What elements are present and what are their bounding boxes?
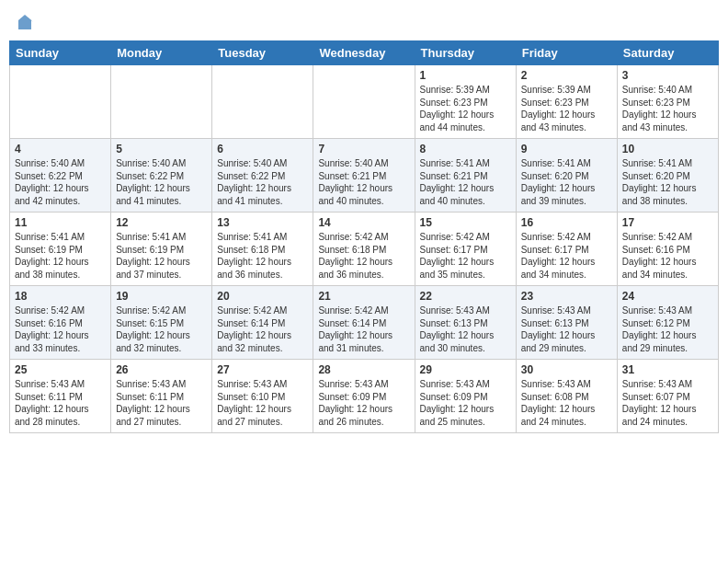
day-info: Daylight: 12 hours [318, 329, 409, 342]
day-info: and 31 minutes. [318, 342, 409, 355]
logo-icon [15, 13, 35, 33]
calendar-cell: 14Sunrise: 5:42 AMSunset: 6:18 PMDayligh… [313, 213, 415, 286]
day-info: and 25 minutes. [420, 416, 511, 429]
day-info: Sunrise: 5:43 AM [521, 378, 612, 391]
day-number: 9 [521, 143, 612, 155]
day-number: 16 [521, 216, 612, 229]
day-info: and 36 minutes. [217, 269, 308, 282]
day-info: Sunrise: 5:42 AM [622, 231, 713, 244]
calendar-cell: 6Sunrise: 5:40 AMSunset: 6:22 PMDaylight… [212, 139, 313, 213]
calendar-cell: 17Sunrise: 5:42 AMSunset: 6:16 PMDayligh… [617, 213, 718, 286]
day-info: and 35 minutes. [420, 269, 511, 282]
day-info: Sunset: 6:23 PM [420, 97, 511, 109]
day-info: Sunrise: 5:41 AM [15, 231, 106, 244]
day-info: Sunset: 6:21 PM [420, 170, 511, 183]
day-number: 7 [318, 143, 409, 155]
day-info: Sunrise: 5:42 AM [217, 304, 308, 317]
calendar-cell: 20Sunrise: 5:42 AMSunset: 6:14 PMDayligh… [212, 286, 313, 360]
day-info: Sunrise: 5:41 AM [420, 157, 511, 170]
day-info: and 34 minutes. [622, 269, 713, 282]
calendar-header-row: SundayMondayTuesdayWednesdayThursdayFrid… [10, 41, 719, 65]
day-info: Sunrise: 5:40 AM [217, 157, 308, 170]
day-info: Sunset: 6:07 PM [622, 391, 713, 404]
day-info: and 37 minutes. [116, 269, 207, 282]
day-info: Daylight: 12 hours [420, 329, 511, 342]
day-info: Sunset: 6:14 PM [217, 317, 308, 330]
day-info: Sunset: 6:13 PM [420, 317, 511, 330]
day-number: 8 [420, 143, 511, 155]
day-info: Sunrise: 5:41 AM [622, 157, 713, 170]
day-info: Sunrise: 5:42 AM [318, 231, 409, 244]
calendar-week-row: 4Sunrise: 5:40 AMSunset: 6:22 PMDaylight… [10, 139, 719, 213]
calendar-cell: 8Sunrise: 5:41 AMSunset: 6:21 PMDaylight… [415, 139, 516, 213]
calendar-cell: 18Sunrise: 5:42 AMSunset: 6:16 PMDayligh… [10, 286, 111, 360]
day-number: 24 [622, 290, 713, 303]
day-info: Sunset: 6:22 PM [15, 170, 106, 183]
day-info: Daylight: 12 hours [420, 256, 511, 269]
day-info: Sunset: 6:20 PM [521, 170, 612, 183]
day-info: and 32 minutes. [116, 342, 207, 355]
day-info: Daylight: 12 hours [622, 109, 713, 121]
day-info: and 24 minutes. [521, 416, 612, 429]
day-info: and 41 minutes. [217, 195, 308, 208]
day-info: Sunset: 6:23 PM [521, 97, 612, 109]
day-info: Daylight: 12 hours [622, 403, 713, 416]
calendar-day-header: Thursday [415, 41, 516, 65]
calendar-week-row: 1Sunrise: 5:39 AMSunset: 6:23 PMDaylight… [10, 65, 719, 139]
calendar-cell: 11Sunrise: 5:41 AMSunset: 6:19 PMDayligh… [10, 213, 111, 286]
calendar-day-header: Saturday [617, 41, 718, 65]
day-info: Daylight: 12 hours [15, 256, 106, 269]
day-info: and 41 minutes. [116, 195, 207, 208]
day-number: 22 [420, 290, 511, 303]
calendar-cell: 7Sunrise: 5:40 AMSunset: 6:21 PMDaylight… [313, 139, 415, 213]
day-info: and 30 minutes. [420, 342, 511, 355]
day-info: Sunrise: 5:40 AM [622, 84, 713, 97]
day-info: Sunset: 6:18 PM [318, 244, 409, 257]
day-info: Daylight: 12 hours [420, 403, 511, 416]
calendar-week-row: 25Sunrise: 5:43 AMSunset: 6:11 PMDayligh… [10, 360, 719, 433]
day-info: Daylight: 12 hours [318, 403, 409, 416]
day-number: 14 [318, 216, 409, 229]
day-info: Daylight: 12 hours [116, 256, 207, 269]
day-info: Sunrise: 5:43 AM [521, 304, 612, 317]
day-info: Sunset: 6:12 PM [622, 317, 713, 330]
day-info: Daylight: 12 hours [521, 256, 612, 269]
calendar-day-header: Friday [516, 41, 617, 65]
day-info: Sunset: 6:11 PM [116, 391, 207, 404]
calendar-cell: 5Sunrise: 5:40 AMSunset: 6:22 PMDaylight… [111, 139, 212, 213]
day-number: 11 [15, 216, 106, 229]
day-info: Sunrise: 5:40 AM [15, 157, 106, 170]
calendar-cell: 3Sunrise: 5:40 AMSunset: 6:23 PMDaylight… [617, 65, 718, 139]
day-info: Sunset: 6:14 PM [318, 317, 409, 330]
day-info: Daylight: 12 hours [420, 182, 511, 195]
day-info: and 43 minutes. [622, 121, 713, 134]
day-info: Daylight: 12 hours [116, 403, 207, 416]
day-info: and 27 minutes. [217, 416, 308, 429]
day-info: Sunrise: 5:43 AM [622, 378, 713, 391]
calendar-cell: 12Sunrise: 5:41 AMSunset: 6:19 PMDayligh… [111, 213, 212, 286]
day-info: Sunset: 6:18 PM [217, 244, 308, 257]
calendar-cell: 29Sunrise: 5:43 AMSunset: 6:09 PMDayligh… [415, 360, 516, 433]
day-info: Daylight: 12 hours [15, 403, 106, 416]
day-info: Daylight: 12 hours [521, 182, 612, 195]
day-info: Sunrise: 5:41 AM [217, 231, 308, 244]
calendar-day-header: Monday [111, 41, 212, 65]
calendar-day-header: Sunday [10, 41, 111, 65]
day-info: Sunset: 6:17 PM [521, 244, 612, 257]
calendar-week-row: 11Sunrise: 5:41 AMSunset: 6:19 PMDayligh… [10, 213, 719, 286]
day-info: Sunset: 6:17 PM [420, 244, 511, 257]
calendar-cell: 30Sunrise: 5:43 AMSunset: 6:08 PMDayligh… [516, 360, 617, 433]
day-info: Daylight: 12 hours [521, 109, 612, 121]
day-number: 30 [521, 363, 612, 376]
day-info: Daylight: 12 hours [15, 182, 106, 195]
calendar-cell: 31Sunrise: 5:43 AMSunset: 6:07 PMDayligh… [617, 360, 718, 433]
day-number: 1 [420, 69, 511, 82]
day-info: Sunset: 6:16 PM [15, 317, 106, 330]
day-number: 20 [217, 290, 308, 303]
day-number: 4 [15, 143, 106, 155]
calendar-cell [111, 65, 212, 139]
day-info: Sunset: 6:22 PM [217, 170, 308, 183]
day-info: Sunset: 6:22 PM [116, 170, 207, 183]
day-info: and 39 minutes. [521, 195, 612, 208]
day-info: Sunset: 6:13 PM [521, 317, 612, 330]
